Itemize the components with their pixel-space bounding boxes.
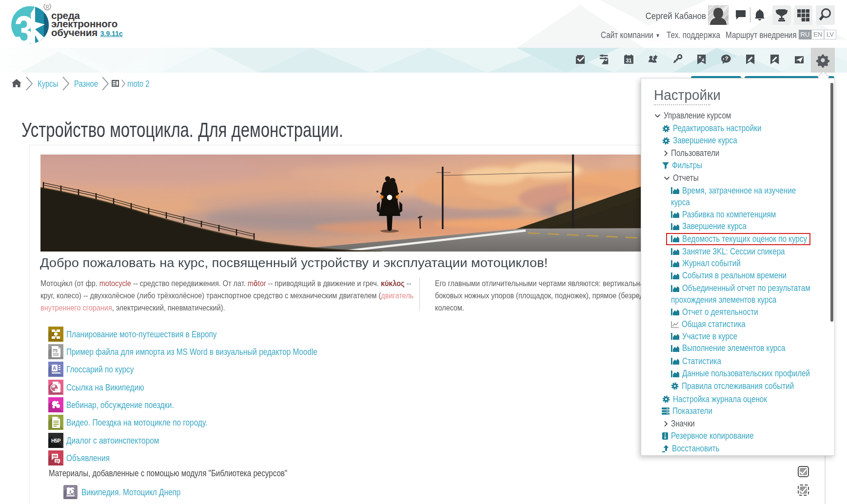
svg-text:4: 4 — [702, 58, 704, 62]
svg-text:R: R — [45, 4, 49, 10]
svg-text:W: W — [53, 349, 57, 353]
svg-text:H5P: H5P — [51, 438, 60, 444]
svg-text:A: A — [53, 366, 56, 371]
svg-text:?: ? — [725, 56, 729, 61]
svg-text:31: 31 — [626, 58, 632, 63]
